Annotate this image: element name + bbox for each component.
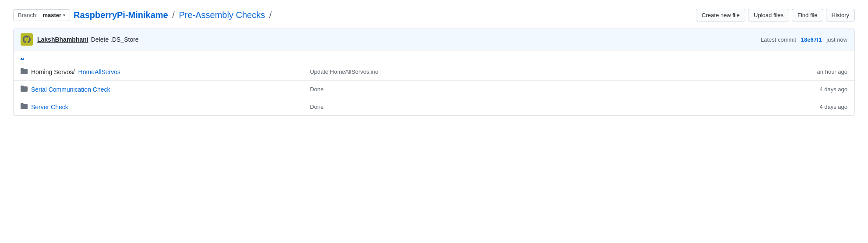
folder-link-3[interactable]: Server Check <box>31 104 68 111</box>
avatar <box>21 33 33 46</box>
commit-col-2: Done <box>310 86 782 93</box>
parent-dir-link[interactable]: .. <box>21 53 24 60</box>
commit-col-3: Done <box>310 104 782 110</box>
repo-link[interactable]: RaspberryPi-Minikame <box>74 10 168 20</box>
commit-time: just now <box>826 36 847 43</box>
create-new-file-button[interactable]: Create new file <box>696 9 745 21</box>
chevron-down-icon: ▾ <box>63 13 65 18</box>
folder-icon <box>21 103 28 111</box>
branch-label: Branch: <box>18 12 38 18</box>
commit-header-left: LakshBhambhani Delete .DS_Store <box>21 33 139 46</box>
commit-info: LakshBhambhani Delete .DS_Store <box>37 36 139 43</box>
folder-link[interactable]: Pre-Assembly Checks <box>179 10 265 20</box>
file-col-3: Server Check <box>21 103 310 111</box>
commit-author[interactable]: LakshBhambhani <box>37 36 88 43</box>
top-bar: Branch: master ▾ RaspberryPi-Minikame / … <box>13 9 855 21</box>
folder-link-1[interactable]: HomeAllServos <box>78 68 120 75</box>
time-col-2: 4 days ago <box>782 86 847 93</box>
branch-selector[interactable]: Branch: master ▾ <box>13 9 70 21</box>
breadcrumb-separator-1: / <box>172 10 175 20</box>
table-row: Homing Servos/HomeAllServos Update HomeA… <box>14 63 854 81</box>
table-row: Serial Communication Check Done 4 days a… <box>14 81 854 98</box>
file-col-2: Serial Communication Check <box>21 85 310 93</box>
branch-name: master <box>42 12 61 18</box>
latest-commit-label: Latest commit <box>761 36 796 43</box>
folder-icon <box>21 68 28 76</box>
file-col-1: Homing Servos/HomeAllServos <box>21 68 310 76</box>
breadcrumb: RaspberryPi-Minikame / Pre-Assembly Chec… <box>74 10 273 20</box>
table-row: Server Check Done 4 days ago <box>14 98 854 115</box>
folder-link-2[interactable]: Serial Communication Check <box>31 86 110 93</box>
commit-timestamp: Latest commit 18e67f1 just now <box>761 36 847 43</box>
top-bar-right: Create new file Upload files Find file H… <box>696 9 855 21</box>
time-col-1: an hour ago <box>782 68 847 75</box>
upload-files-button[interactable]: Upload files <box>748 9 789 21</box>
top-bar-left: Branch: master ▾ RaspberryPi-Minikame / … <box>13 9 273 21</box>
history-button[interactable]: History <box>826 9 855 21</box>
breadcrumb-separator-2: / <box>269 10 272 20</box>
time-col-3: 4 days ago <box>782 104 847 110</box>
commit-header: LakshBhambhani Delete .DS_Store Latest c… <box>14 29 854 50</box>
commit-col-1: Update HomeAllServos.ino <box>310 68 782 75</box>
find-file-button[interactable]: Find file <box>792 9 823 21</box>
commit-hash-link[interactable]: 18e67f1 <box>801 36 822 43</box>
parent-dir-row: .. <box>14 50 854 63</box>
commit-message: Delete .DS_Store <box>91 36 139 43</box>
folder-prefix-1: Homing Servos/ <box>31 68 75 75</box>
folder-icon <box>21 85 28 93</box>
repo-table: LakshBhambhani Delete .DS_Store Latest c… <box>13 29 855 116</box>
parent-file-col: .. <box>21 53 310 60</box>
page-wrapper: Branch: master ▾ RaspberryPi-Minikame / … <box>0 0 868 125</box>
